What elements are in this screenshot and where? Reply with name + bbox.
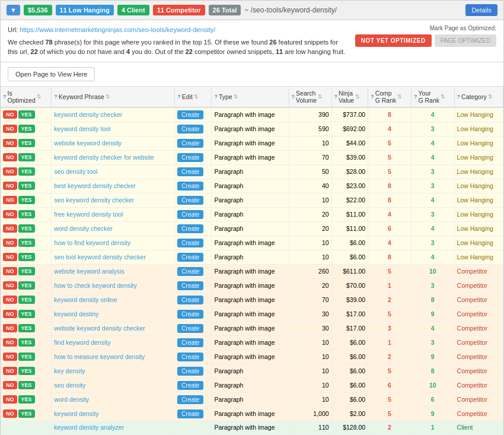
keyword-link[interactable]: how to check keyword density [54, 282, 136, 289]
no-button[interactable]: NO [3, 210, 17, 218]
create-button[interactable]: Create [177, 110, 203, 119]
yes-button[interactable]: YES [18, 409, 35, 418]
create-button[interactable]: Create [177, 409, 203, 418]
keyword-link[interactable]: website keyword density [54, 139, 122, 147]
create-button[interactable]: Create [177, 381, 203, 390]
create-button[interactable]: Create [177, 210, 203, 219]
keyword-link[interactable]: keyword density [54, 410, 98, 417]
yes-button[interactable]: YES [18, 310, 35, 318]
not-optimized-button[interactable]: NOT YET OPTIMIZED [355, 34, 432, 47]
create-button[interactable]: Create [177, 125, 203, 134]
create-button[interactable]: Create [177, 353, 203, 361]
no-button[interactable]: NO [3, 381, 17, 389]
no-button[interactable]: NO [3, 353, 17, 361]
keyword-link[interactable]: how to measure keyword density [54, 353, 145, 360]
sort-icon-comp[interactable]: ⇅ [397, 94, 402, 100]
sort-icon-type[interactable]: ⇅ [234, 94, 238, 100]
yes-button[interactable]: YES [18, 210, 35, 218]
yes-button[interactable]: YES [18, 153, 35, 161]
keyword-link[interactable]: word density [54, 396, 89, 403]
yes-button[interactable]: YES [18, 324, 35, 332]
no-button[interactable]: NO [3, 196, 17, 204]
create-button[interactable]: Create [177, 395, 203, 404]
yes-button[interactable]: YES [18, 353, 35, 361]
keyword-link[interactable]: website keyword analysis [54, 268, 124, 275]
yes-button[interactable]: YES [18, 224, 35, 233]
create-button[interactable]: Create [177, 153, 203, 162]
no-button[interactable]: NO [3, 167, 17, 176]
no-button[interactable]: NO [3, 139, 17, 147]
no-button[interactable]: NO [3, 338, 17, 347]
yes-button[interactable]: YES [18, 125, 35, 133]
keyword-link[interactable]: keyword density checker [54, 111, 122, 118]
keyword-link[interactable]: keyword destiny [54, 310, 98, 317]
no-button[interactable]: NO [3, 110, 17, 119]
keyword-link[interactable]: how to find keyword density [54, 239, 130, 246]
no-button[interactable]: NO [3, 296, 17, 304]
yes-button[interactable]: YES [18, 110, 35, 119]
create-button[interactable]: Create [177, 281, 203, 290]
open-page-button[interactable]: Open Page to View Here [8, 67, 95, 81]
create-button[interactable]: Create [177, 139, 203, 148]
no-button[interactable]: NO [3, 367, 17, 375]
create-button[interactable]: Create [177, 267, 203, 276]
keyword-link[interactable]: word density checker [54, 225, 113, 232]
create-button[interactable]: Create [177, 182, 203, 190]
create-button[interactable]: Create [177, 196, 203, 205]
no-button[interactable]: NO [3, 239, 17, 247]
dropdown-button[interactable]: ▼ [7, 5, 20, 15]
create-button[interactable]: Create [177, 253, 203, 262]
yes-button[interactable]: YES [18, 253, 35, 261]
no-button[interactable]: NO [3, 125, 17, 133]
keyword-link[interactable]: seo density [54, 382, 85, 389]
keyword-link[interactable]: website keyword density checker [54, 325, 145, 332]
create-button[interactable]: Create [177, 239, 203, 247]
sort-icon-your[interactable]: ⇅ [441, 94, 445, 100]
create-button[interactable]: Create [177, 310, 203, 319]
keyword-link[interactable]: keyword density checker for website [54, 154, 154, 161]
yes-button[interactable]: YES [18, 239, 35, 247]
page-optimized-button[interactable]: PAGE OPTIMIZED [435, 34, 496, 47]
no-button[interactable]: NO [3, 253, 17, 261]
create-button[interactable]: Create [177, 167, 203, 176]
no-button[interactable]: NO [3, 281, 17, 290]
create-button[interactable]: Create [177, 338, 203, 347]
keyword-link[interactable]: seo tool keyword density checker [54, 253, 146, 261]
sort-icon-category[interactable]: ⇅ [488, 94, 493, 100]
no-button[interactable]: NO [3, 395, 17, 404]
yes-button[interactable]: YES [18, 196, 35, 204]
keyword-link[interactable]: key density [54, 367, 85, 374]
yes-button[interactable]: YES [18, 395, 35, 404]
yes-button[interactable]: YES [18, 381, 35, 389]
keyword-link[interactable]: free keyword density tool [54, 211, 123, 218]
no-button[interactable]: NO [3, 409, 17, 418]
create-button[interactable]: Create [177, 367, 203, 376]
keyword-link[interactable]: keyword density online [54, 296, 117, 303]
yes-button[interactable]: YES [18, 367, 35, 375]
create-button[interactable]: Create [177, 296, 203, 304]
no-button[interactable]: NO [3, 153, 17, 161]
keyword-link[interactable]: find keyword density [54, 339, 110, 346]
sort-icon-keyword[interactable]: ⇅ [106, 94, 110, 100]
no-button[interactable]: NO [3, 182, 17, 190]
no-button[interactable]: NO [3, 310, 17, 318]
create-button[interactable]: Create [177, 224, 203, 233]
keyword-link[interactable]: seo density tool [54, 168, 97, 175]
sort-icon-volume[interactable]: ⇅ [318, 94, 323, 100]
yes-button[interactable]: YES [18, 281, 35, 290]
yes-button[interactable]: YES [18, 338, 35, 347]
sort-icon-ninja[interactable]: ⇅ [355, 94, 360, 100]
keyword-link[interactable]: best keyword density checker [54, 182, 136, 189]
keyword-link[interactable]: keyword density analyzer [54, 424, 124, 431]
sort-icon-edit[interactable]: ⇅ [194, 94, 199, 100]
create-button[interactable]: Create [177, 324, 203, 333]
yes-button[interactable]: YES [18, 167, 35, 176]
no-button[interactable]: NO [3, 224, 17, 233]
keyword-link[interactable]: keyword density tool [54, 125, 110, 132]
yes-button[interactable]: YES [18, 182, 35, 190]
yes-button[interactable]: YES [18, 139, 35, 147]
details-button[interactable]: Details [465, 4, 497, 16]
no-button[interactable]: NO [3, 267, 17, 275]
yes-button[interactable]: YES [18, 296, 35, 304]
url-link[interactable]: https://www.internetmarketingninjas.com/… [20, 26, 215, 33]
